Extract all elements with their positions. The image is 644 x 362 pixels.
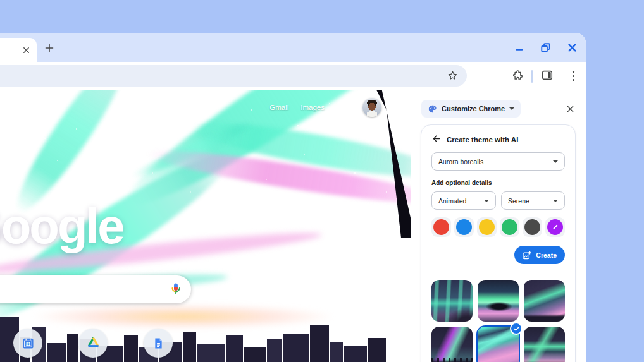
building-silhouette — [344, 346, 367, 362]
drive-icon — [86, 336, 101, 351]
new-tab-button[interactable] — [42, 41, 56, 55]
color-swatches — [431, 217, 565, 237]
thumbnail-image — [524, 280, 565, 322]
panel-header: Customize Chrome — [421, 100, 576, 118]
theme-thumbnail[interactable] — [431, 280, 473, 322]
svg-text:31: 31 — [25, 341, 30, 346]
google-mic-icon — [169, 282, 183, 296]
building-silhouette — [183, 332, 196, 362]
swatch-blue[interactable] — [454, 217, 474, 237]
create-button-label: Create — [536, 251, 557, 259]
create-image-icon — [523, 251, 531, 260]
building-silhouette — [226, 335, 243, 362]
chevron-down-icon — [553, 200, 558, 202]
thumbnail-image — [431, 280, 473, 322]
search-bar[interactable] — [0, 275, 191, 303]
color-circle — [479, 219, 495, 235]
swatch-dark-gray[interactable] — [523, 217, 542, 237]
create-button[interactable]: Create — [514, 246, 565, 264]
color-circle — [524, 219, 540, 235]
style-value: Serene — [508, 197, 529, 205]
docs-icon — [152, 337, 164, 349]
close-icon — [23, 47, 30, 54]
google-account-button[interactable] — [362, 98, 381, 117]
close-icon — [566, 105, 574, 113]
building-silhouette — [267, 339, 282, 362]
chevron-down-icon — [484, 200, 489, 202]
shortcut-google-drive[interactable] — [78, 329, 108, 358]
thumbnail-image — [431, 327, 473, 362]
toolbar-divider — [531, 70, 533, 83]
images-link[interactable]: Images — [300, 104, 325, 111]
side-panel-toggle-button[interactable] — [541, 69, 554, 84]
dot — [573, 79, 575, 81]
dot — [573, 75, 575, 78]
theme-thumbnail[interactable] — [478, 327, 519, 362]
swatch-custom-color[interactable] — [545, 217, 565, 237]
google-nav: Gmail Images — [269, 98, 381, 117]
thumbnail-image — [478, 280, 519, 322]
extensions-button[interactable] — [511, 69, 523, 84]
divider — [431, 272, 565, 272]
building-silhouette — [244, 347, 266, 362]
chevron-down-icon — [553, 160, 558, 163]
calendar-icon: 31 — [22, 337, 35, 350]
theme-thumbnail[interactable] — [478, 280, 519, 322]
swatch-red[interactable] — [431, 217, 451, 237]
tab-strip — [0, 33, 586, 62]
detail-selects: Animated Serene — [431, 191, 565, 210]
active-tab[interactable] — [0, 38, 37, 62]
color-circle — [433, 219, 449, 235]
building-silhouette — [283, 334, 309, 362]
plus-icon — [45, 44, 54, 52]
voice-search-button[interactable] — [169, 282, 183, 298]
dot — [573, 71, 575, 73]
color-circle — [502, 219, 517, 235]
theme-thumbnail[interactable] — [431, 327, 473, 362]
customize-chrome-menu[interactable]: Customize Chrome — [421, 100, 521, 118]
gmail-link[interactable]: Gmail — [269, 104, 288, 111]
prompt-value: Aurora borealis — [438, 158, 483, 166]
back-button[interactable] — [431, 134, 441, 146]
shortcut-google-docs[interactable] — [144, 329, 173, 358]
panel-close-button[interactable] — [564, 102, 576, 115]
mood-select[interactable]: Animated — [431, 191, 496, 210]
browser-window: Gmail Images Google — [0, 33, 586, 362]
close-icon — [567, 43, 577, 52]
theme-thumbnails — [431, 280, 565, 362]
apps-grid-icon — [338, 102, 340, 104]
side-panel-icon — [541, 69, 554, 81]
close-window-button[interactable] — [566, 42, 578, 54]
swatch-yellow[interactable] — [477, 217, 497, 237]
browser-menu-button[interactable] — [570, 68, 578, 84]
building-silhouette — [368, 338, 386, 362]
address-bar[interactable] — [0, 65, 467, 87]
theme-thumbnail[interactable] — [524, 327, 565, 362]
shortcut-row: 31 — [13, 329, 173, 358]
create-theme-card: Create theme with AI Aurora borealis Add… — [421, 124, 576, 362]
customize-chrome-panel: Customize Chrome Create theme with AI Au… — [411, 90, 586, 362]
theme-prompt-select[interactable]: Aurora borealis — [431, 152, 565, 171]
toolbar-actions — [511, 62, 578, 90]
minimize-button[interactable] — [513, 42, 525, 54]
bookmark-button[interactable] — [447, 69, 459, 84]
thumbnail-image — [524, 327, 565, 362]
shortcut-google-calendar[interactable]: 31 — [13, 329, 42, 358]
google-homepage: Gmail Images Google — [0, 90, 411, 362]
swatch-green[interactable] — [500, 217, 519, 237]
building-silhouette — [197, 344, 225, 362]
tab-close-button[interactable] — [20, 44, 32, 56]
google-apps-button[interactable] — [337, 100, 350, 114]
puzzle-icon — [511, 69, 523, 81]
palette-icon — [428, 104, 437, 114]
create-row: Create — [431, 246, 565, 264]
panel-title: Customize Chrome — [442, 105, 505, 112]
restore-button[interactable] — [540, 42, 552, 54]
theme-thumbnail[interactable] — [524, 280, 565, 322]
content-area: Gmail Images Google — [0, 90, 586, 362]
building-silhouette — [330, 342, 343, 362]
color-circle — [456, 219, 472, 235]
star-icon — [447, 69, 459, 81]
browser-toolbar — [0, 62, 586, 90]
style-select[interactable]: Serene — [501, 191, 565, 210]
